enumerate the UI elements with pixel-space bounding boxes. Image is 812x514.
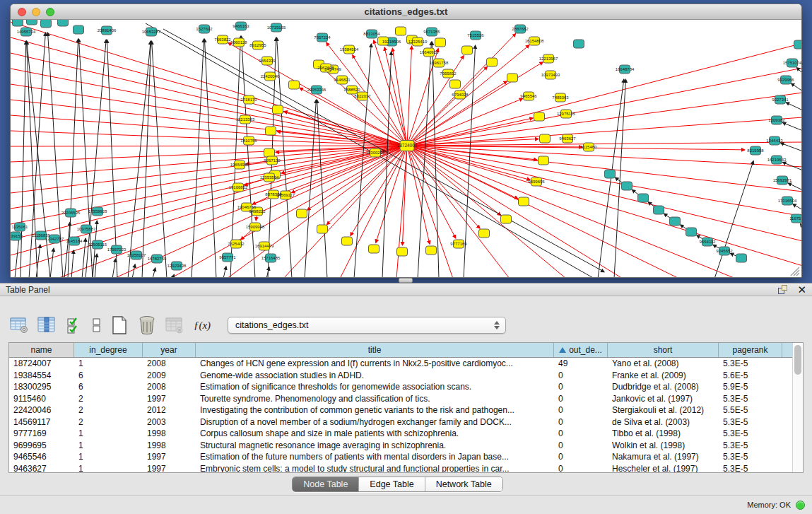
graph-node-yellow[interactable] [273,105,283,114]
table-row[interactable]: 977716911998Corpus callosum shape and si… [9,428,792,440]
graph-node-yellow[interactable] [342,237,353,245]
network-window: citations_edges.txt 18724007183002951405… [10,4,802,278]
graph-node-teal[interactable] [638,194,649,202]
close-window-button[interactable] [18,8,26,16]
column-select-icon[interactable] [36,315,57,335]
graph-node-label: 15909948 [246,225,265,229]
new-table-icon[interactable] [109,315,130,335]
citation-edge-black [800,223,801,227]
graph-node-label: 9227341 [772,98,789,102]
graph-node-yellow[interactable] [435,38,446,47]
close-panel-icon[interactable]: ✕ [797,285,806,294]
graph-node-label: 18300295 [366,151,385,155]
table-settings-icon[interactable] [8,315,30,335]
network-graph[interactable]: 1872400718300295140557242089140610653287… [11,20,801,278]
graph-node-teal[interactable] [670,217,681,226]
citation-edge-black [714,161,753,278]
panel-divider-handle[interactable] [399,278,413,283]
graph-node-yellow[interactable] [397,247,408,256]
citation-edge-black [132,264,135,278]
graph-node-teal[interactable] [794,40,802,49]
memory-status-indicator[interactable] [796,501,805,510]
graph-node-yellow[interactable] [266,127,276,135]
tab-edge-table[interactable]: Edge Table [359,477,425,491]
column-header-year[interactable]: year [143,343,196,357]
graph-node-teal[interactable] [654,206,664,214]
window-resize-grip[interactable] [789,265,800,276]
table-row[interactable]: 911546021997Tourette syndrome. Phenomeno… [9,393,792,405]
graph-node-label: 19218506 [382,40,401,44]
graph-node-label: 7857224 [314,35,331,40]
graph-node-yellow[interactable] [519,197,529,206]
select-all-icon[interactable] [64,315,85,335]
table-row[interactable]: 946554611997Estimation of the future num… [9,451,792,463]
table-source-select[interactable]: citations_edges.txt [228,317,506,334]
tab-network-table[interactable]: Network Table [425,477,502,491]
graph-node-yellow[interactable] [507,74,518,82]
tab-node-table[interactable]: Node Table [293,477,359,491]
function-builder-icon[interactable]: ƒ(x) [192,315,213,335]
graph-node-label: 19166852 [229,185,248,189]
zoom-window-button[interactable] [46,8,54,16]
graph-node-teal[interactable] [622,182,632,190]
table-row[interactable]: 1938455462009Genome-wide association stu… [9,370,792,382]
column-header-in_degree[interactable]: in_degree [74,343,143,357]
table-type-tabs: Node TableEdge TableNetwork Table [292,477,502,492]
graph-node-teal[interactable] [605,170,616,178]
graph-node-yellow[interactable] [479,229,490,238]
column-header-name[interactable]: name [9,343,74,357]
graph-node-teal[interactable] [27,20,37,25]
graph-node-yellow[interactable] [396,27,406,35]
column-header-short[interactable]: short [608,343,719,357]
graph-node-label: 9671355 [423,30,440,34]
graph-node-yellow[interactable] [426,246,437,255]
column-header-pagerank[interactable]: pagerank [719,343,782,357]
graph-node-yellow[interactable] [540,134,551,143]
graph-node-yellow[interactable] [369,245,379,253]
row-toggle-icon[interactable] [91,315,102,335]
graph-node-teal[interactable] [41,20,52,28]
graph-node-yellow[interactable] [297,209,307,218]
graph-node-yellow[interactable] [450,80,461,88]
table-row[interactable]: 1456911722003Disruption of a novel membe… [9,416,792,428]
citation-edge-red [407,62,543,146]
table-row[interactable]: 946362711997Embryonic stem cells: a mode… [9,463,792,473]
table-cell: 9699695 [9,440,74,452]
graph-node-yellow[interactable] [264,148,275,157]
table-row[interactable]: 1872400712008Changes of HCN gene express… [9,358,792,370]
citation-edge-red [407,146,480,228]
graph-node-label: 16640910 [420,50,439,54]
column-header-out_de[interactable]: out_de... [554,343,608,357]
graph-node-label: 10653287 [142,30,161,34]
table-cell: Hescheler et al. (1997) [608,463,719,473]
citation-edge-red [11,146,407,193]
graph-node-label: 10973493 [541,73,560,77]
table-cell: 1 [74,463,143,473]
float-panel-icon[interactable] [778,285,787,294]
graph-node-yellow[interactable] [462,46,473,54]
network-canvas[interactable]: 1872400718300295140557242089140610653287… [11,20,801,278]
graph-node-teal[interactable] [574,40,584,48]
graph-node-teal[interactable] [13,20,23,26]
graph-node-yellow[interactable] [317,225,328,233]
graph-node-yellow[interactable] [487,58,498,66]
table-row[interactable]: 1830029562008Estimation of significance … [9,381,792,393]
graph-node-label: 9146821 [334,78,351,82]
column-header-title[interactable]: title [196,343,554,357]
graph-node-teal[interactable] [73,25,84,34]
scrollbar-thumb[interactable] [794,345,801,375]
graph-node-teal[interactable] [58,20,69,26]
window-titlebar[interactable]: citations_edges.txt [11,4,801,20]
graph-node-yellow[interactable] [501,215,512,223]
table-row[interactable]: 969969511998Structural magnetic resonanc… [9,440,792,452]
delete-icon[interactable] [136,315,158,335]
table-row[interactable]: 2242004622012Investigating the contribut… [9,404,792,416]
minimize-window-button[interactable] [32,8,40,16]
table-cell: 2008 [143,381,196,393]
table-vertical-scrollbar[interactable] [792,343,803,472]
graph-node-yellow[interactable] [534,112,545,121]
graph-node-teal[interactable] [736,254,747,262]
graph-node-teal[interactable] [686,228,697,236]
graph-node-yellow[interactable] [289,81,300,89]
graph-node-yellow[interactable] [539,156,549,165]
